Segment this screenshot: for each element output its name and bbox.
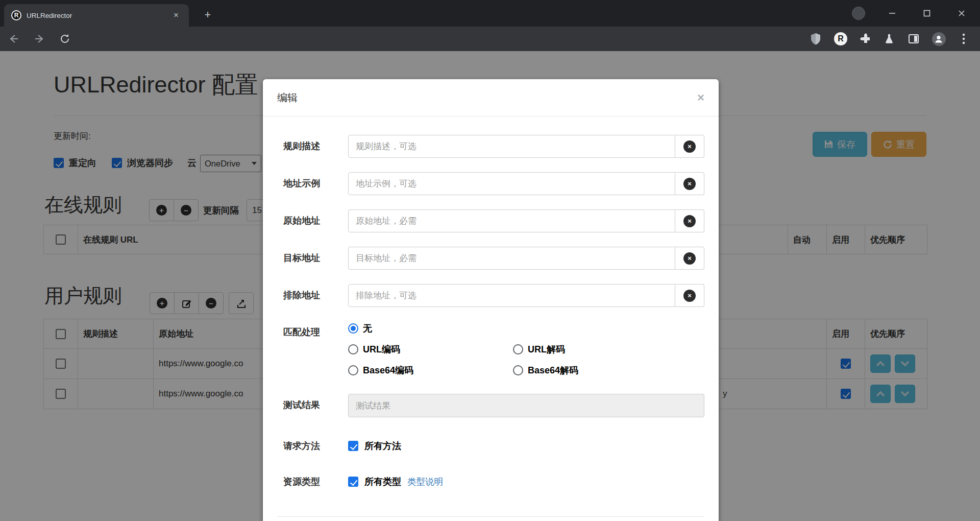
modal-footer-divider (277, 516, 704, 521)
modal-body: 规则描述 × 地址示例 × 原始地址 × (263, 116, 719, 521)
exclude-url-label: 排除地址 (277, 284, 348, 307)
radio-icon (348, 365, 358, 375)
rule-desc-label: 规则描述 (277, 135, 348, 158)
extensions-puzzle-icon[interactable] (857, 30, 874, 48)
urlredirector-extension-icon[interactable]: R (832, 30, 849, 48)
browser-tab[interactable]: R URLRedirector × (4, 4, 189, 27)
clear-field-button[interactable]: × (675, 172, 704, 195)
clear-field-button[interactable]: × (675, 284, 704, 307)
back-icon[interactable] (5, 30, 22, 48)
target-url-input[interactable] (348, 247, 675, 270)
origin-url-label: 原始地址 (277, 209, 348, 232)
all-types-label: 所有类型 (364, 476, 401, 488)
radio-icon (348, 323, 358, 334)
process-option-url-decode[interactable]: URL解码 (513, 343, 704, 356)
tab-strip: R URLRedirector × + (0, 0, 980, 27)
remove-circle-icon: × (683, 140, 696, 153)
tab-title: URLRedirector (27, 12, 170, 19)
clear-field-button[interactable]: × (675, 209, 704, 232)
exclude-url-input[interactable] (348, 284, 675, 307)
remove-circle-icon: × (683, 215, 696, 227)
kebab-menu-icon[interactable] (955, 30, 972, 48)
remove-circle-icon: × (683, 252, 696, 265)
types-help-link[interactable]: 类型说明 (407, 476, 443, 488)
reload-icon[interactable] (56, 30, 74, 48)
clear-field-button[interactable]: × (675, 247, 704, 270)
test-result-output: 测试结果 (348, 394, 704, 417)
remove-circle-icon: × (683, 290, 696, 302)
process-option-base64-decode[interactable]: Base64解码 (513, 364, 704, 376)
process-option-url-encode[interactable]: URL编码 (348, 343, 400, 356)
forward-icon[interactable] (31, 30, 48, 48)
target-url-label: 目标地址 (277, 247, 348, 270)
modal-close-icon[interactable]: × (697, 91, 704, 104)
window-maximize-button[interactable] (919, 5, 935, 21)
all-types-checkbox[interactable] (348, 477, 358, 487)
example-url-label: 地址示例 (277, 172, 348, 195)
process-option-none[interactable]: 无 (348, 322, 372, 335)
clear-field-button[interactable]: × (675, 135, 704, 158)
remove-circle-icon: × (683, 178, 696, 190)
browser-window: R URLRedirector × + (0, 0, 980, 521)
radio-icon (513, 365, 523, 375)
resource-types-label: 资源类型 (277, 476, 348, 488)
all-methods-checkbox[interactable] (348, 441, 358, 451)
side-panel-icon[interactable] (905, 30, 922, 48)
process-label: 匹配处理 (277, 321, 348, 378)
origin-url-input[interactable] (348, 209, 675, 232)
all-methods-label: 所有方法 (364, 440, 401, 452)
test-result-label: 测试结果 (277, 394, 348, 417)
rule-desc-input[interactable] (348, 135, 675, 158)
edit-rule-modal: 编辑 × 规则描述 × 地址示例 × 原始地址 (263, 79, 719, 521)
r-logo: R (834, 32, 847, 45)
window-minimize-button[interactable] (884, 5, 900, 21)
extension-favicon-icon: R (11, 10, 21, 20)
profile-avatar-icon[interactable] (930, 30, 947, 48)
shield-icon[interactable] (807, 30, 824, 48)
labs-flask-icon[interactable] (880, 30, 898, 48)
process-option-base64-encode[interactable]: Base64编码 (348, 364, 413, 376)
modal-title: 编辑 (277, 91, 298, 105)
request-methods-label: 请求方法 (277, 440, 348, 452)
window-close-button[interactable] (953, 5, 970, 21)
titlebar-circle-icon[interactable] (852, 7, 865, 20)
tab-close-icon[interactable]: × (170, 10, 182, 21)
example-url-input[interactable] (348, 172, 675, 195)
modal-header: 编辑 × (263, 79, 719, 116)
new-tab-button[interactable]: + (200, 7, 215, 22)
radio-icon (348, 344, 358, 354)
radio-icon (513, 344, 523, 354)
browser-toolbar: URLRedirector | chrome-extension://maolm… (0, 27, 980, 51)
